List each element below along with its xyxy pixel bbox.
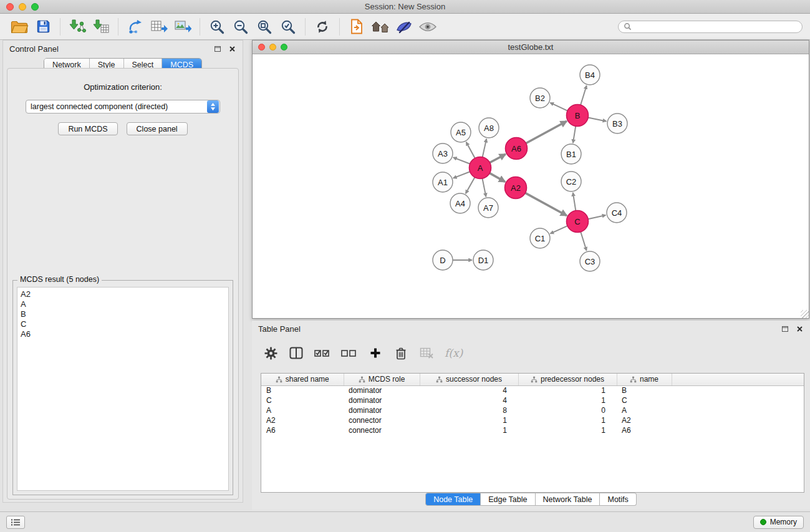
network-canvas[interactable]: B4B2BB3A5A8A6A3B1AC2A1A2A4A7C4CC1C3DD1	[253, 54, 809, 318]
network-minimize-button[interactable]	[269, 44, 276, 51]
criterion-dropdown[interactable]: largest connected component (directed)	[26, 100, 220, 114]
graph-node-D1[interactable]: D1	[473, 250, 493, 270]
table-settings-button[interactable]	[263, 344, 278, 362]
column-header-shared-name[interactable]: shared name	[261, 374, 344, 385]
search-input[interactable]	[635, 22, 797, 31]
select-all-button[interactable]	[314, 344, 330, 362]
minimize-window-button[interactable]	[19, 3, 26, 11]
graph-node-C3[interactable]: C3	[580, 251, 600, 271]
show-hide-graphics-button[interactable]	[416, 16, 440, 37]
column-header-predecessor-nodes[interactable]: predecessor nodes	[518, 374, 617, 385]
graph-edge-C-C2[interactable]	[573, 193, 576, 211]
zoom-in-button[interactable]	[205, 16, 229, 37]
tab-motifs[interactable]: Motifs	[600, 493, 636, 506]
save-session-button[interactable]	[31, 16, 55, 37]
column-header-successor-nodes[interactable]: successor nodes	[420, 374, 518, 385]
graph-node-D[interactable]: D	[433, 250, 453, 270]
tab-node-table[interactable]: Node Table	[425, 493, 481, 506]
export-table-button[interactable]	[147, 16, 171, 37]
graph-edge-A6-B[interactable]	[526, 121, 566, 143]
mcds-result-item[interactable]: A2	[21, 289, 225, 299]
graph-edge-A-A1[interactable]	[453, 172, 470, 178]
graph-edge-B-B2[interactable]	[550, 103, 567, 111]
open-session-button[interactable]	[7, 16, 31, 37]
mcds-result-item[interactable]: B	[21, 309, 225, 319]
network-window-titlebar[interactable]: testGlobe.txt	[253, 41, 809, 54]
zoom-window-button[interactable]	[31, 3, 39, 11]
tab-edge-table[interactable]: Edge Table	[481, 493, 535, 506]
graph-edge-B-B4[interactable]	[581, 85, 587, 105]
add-column-button[interactable]	[368, 344, 383, 362]
import-table-button[interactable]	[89, 16, 113, 37]
run-mcds-button[interactable]: Run MCDS	[58, 122, 117, 135]
import-network-button[interactable]	[65, 16, 89, 37]
graph-edge-C-C3[interactable]	[581, 232, 586, 251]
table-row[interactable]: Adominator80A	[261, 405, 804, 415]
mcds-result-item[interactable]: C	[21, 319, 225, 329]
mcds-result-item[interactable]: A6	[21, 329, 225, 339]
zoom-fit-button[interactable]	[253, 16, 276, 37]
apply-layout-button[interactable]	[311, 16, 334, 37]
column-header-mcds-role[interactable]: MCDS role	[344, 374, 420, 385]
graph-edge-A-A7[interactable]	[483, 178, 486, 196]
graph-node-A8[interactable]: A8	[479, 118, 499, 138]
graph-node-B[interactable]: B	[567, 105, 589, 127]
export-image-button[interactable]	[171, 16, 195, 37]
show-columns-button[interactable]	[289, 344, 304, 362]
graph-node-A3[interactable]: A3	[433, 143, 453, 163]
mcds-result-item[interactable]: A	[21, 299, 225, 309]
graph-edge-C-C4[interactable]	[588, 215, 605, 219]
float-table-panel-button[interactable]	[781, 324, 789, 333]
graph-node-C1[interactable]: C1	[530, 228, 550, 248]
close-panel-action-button[interactable]: Close panel	[127, 122, 188, 135]
graph-node-C4[interactable]: C4	[607, 203, 627, 223]
network-close-button[interactable]	[258, 44, 265, 51]
graph-edge-B-B3[interactable]	[588, 118, 606, 122]
close-panel-button[interactable]	[228, 44, 236, 53]
show-panels-button[interactable]	[6, 516, 25, 529]
graph-node-A1[interactable]: A1	[433, 172, 453, 192]
graph-node-B4[interactable]: B4	[580, 65, 600, 85]
table-row[interactable]: A6connector11A6	[261, 425, 804, 435]
mcds-result-list[interactable]: A2ABCA6	[17, 287, 229, 491]
graph-edge-A-A2[interactable]	[489, 173, 505, 182]
deselect-all-button[interactable]	[341, 344, 357, 362]
table-row[interactable]: A2connector11A2	[261, 415, 804, 425]
close-table-panel-button[interactable]	[795, 324, 804, 333]
graph-node-C[interactable]: C	[567, 211, 589, 233]
graph-edge-A-A6[interactable]	[489, 154, 505, 163]
graph-node-B1[interactable]: B1	[561, 144, 581, 164]
graph-node-A7[interactable]: A7	[478, 198, 498, 218]
column-header-name[interactable]: name	[617, 374, 672, 385]
network-canvas-svg[interactable]: B4B2BB3A5A8A6A3B1AC2A1A2A4A7C4CC1C3DD1	[253, 54, 809, 318]
table-row[interactable]: Bdominator41B	[261, 385, 804, 395]
graph-edge-A-A8[interactable]	[483, 139, 487, 157]
tab-network-table[interactable]: Network Table	[536, 493, 600, 506]
graph-node-A6[interactable]: A6	[506, 138, 528, 160]
zoom-out-button[interactable]	[229, 16, 253, 37]
graph-node-A4[interactable]: A4	[450, 193, 470, 213]
annotation-mode-button[interactable]	[392, 16, 416, 37]
graph-edge-A-A3[interactable]	[453, 157, 470, 163]
network-from-selection-button[interactable]	[123, 16, 147, 37]
open-file-button[interactable]	[345, 16, 369, 37]
close-window-button[interactable]	[6, 3, 14, 11]
graph-node-A2[interactable]: A2	[505, 177, 527, 199]
zoom-selected-button[interactable]	[276, 16, 300, 37]
memory-button[interactable]: Memory	[753, 516, 804, 529]
resize-grip[interactable]	[801, 310, 809, 318]
graph-node-B3[interactable]: B3	[607, 114, 627, 133]
graph-edge-A-A4[interactable]	[466, 177, 475, 193]
network-zoom-button[interactable]	[281, 44, 287, 51]
graph-node-A5[interactable]: A5	[451, 122, 471, 142]
table-row[interactable]: Cdominator41C	[261, 395, 804, 405]
delete-column-button[interactable]	[393, 344, 408, 362]
float-panel-button[interactable]	[213, 44, 222, 53]
graph-node-C2[interactable]: C2	[561, 172, 581, 191]
graph-edge-C-C1[interactable]	[550, 226, 567, 233]
graph-edge-A-A5[interactable]	[466, 142, 475, 158]
graph-edge-A2-C[interactable]	[525, 193, 567, 215]
graph-node-B2[interactable]: B2	[530, 88, 550, 108]
graph-node-A[interactable]: A	[470, 157, 491, 179]
show-all-networks-button[interactable]	[369, 16, 392, 37]
